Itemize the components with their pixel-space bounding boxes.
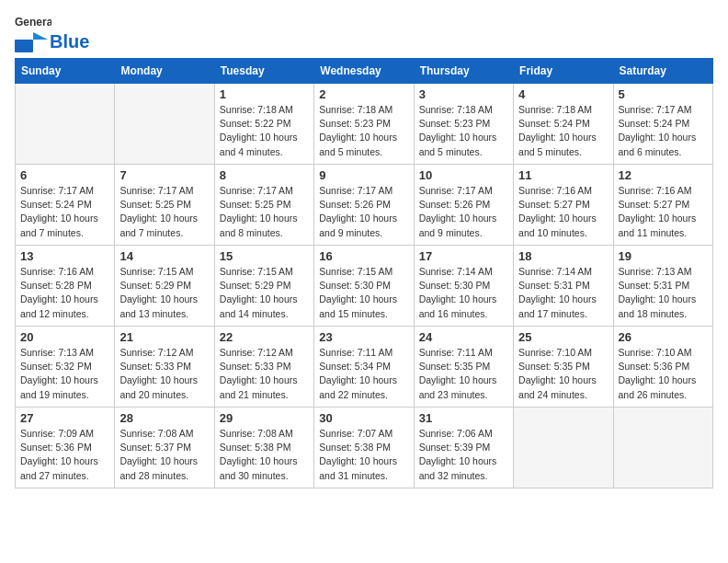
calendar-cell: 5Sunrise: 7:17 AMSunset: 5:24 PMDaylight… xyxy=(613,84,712,165)
day-number: 12 xyxy=(619,168,708,182)
calendar-cell xyxy=(613,408,712,488)
calendar-cell: 20Sunrise: 7:13 AMSunset: 5:32 PMDayligh… xyxy=(16,327,115,408)
day-number: 14 xyxy=(119,249,209,263)
column-header-saturday: Saturday xyxy=(613,59,712,84)
calendar-cell: 21Sunrise: 7:12 AMSunset: 5:33 PMDayligh… xyxy=(115,327,214,408)
page-header: General Blue xyxy=(15,15,713,52)
day-info: Sunrise: 7:08 AMSunset: 5:37 PMDaylight:… xyxy=(119,427,209,483)
day-info: Sunrise: 7:15 AMSunset: 5:30 PMDaylight:… xyxy=(319,265,408,321)
day-number: 30 xyxy=(319,411,408,425)
week-row-3: 13Sunrise: 7:16 AMSunset: 5:28 PMDayligh… xyxy=(16,246,713,327)
calendar-cell: 27Sunrise: 7:09 AMSunset: 5:36 PMDayligh… xyxy=(16,408,115,488)
day-number: 18 xyxy=(518,249,608,263)
calendar-cell: 16Sunrise: 7:15 AMSunset: 5:30 PMDayligh… xyxy=(314,246,414,327)
day-number: 24 xyxy=(419,330,508,344)
day-number: 23 xyxy=(319,330,408,344)
calendar-table: SundayMondayTuesdayWednesdayThursdayFrid… xyxy=(15,58,713,488)
day-info: Sunrise: 7:17 AMSunset: 5:24 PMDaylight:… xyxy=(20,184,109,240)
calendar-cell: 10Sunrise: 7:17 AMSunset: 5:26 PMDayligh… xyxy=(414,165,513,246)
day-number: 19 xyxy=(619,249,708,263)
calendar-cell: 28Sunrise: 7:08 AMSunset: 5:37 PMDayligh… xyxy=(115,408,214,488)
calendar-cell: 9Sunrise: 7:17 AMSunset: 5:26 PMDaylight… xyxy=(314,165,414,246)
day-number: 3 xyxy=(419,87,508,101)
day-info: Sunrise: 7:11 AMSunset: 5:35 PMDaylight:… xyxy=(419,346,508,402)
calendar-cell: 29Sunrise: 7:08 AMSunset: 5:38 PMDayligh… xyxy=(214,408,313,488)
logo: General Blue xyxy=(15,15,89,52)
day-info: Sunrise: 7:13 AMSunset: 5:32 PMDaylight:… xyxy=(20,346,109,402)
day-number: 5 xyxy=(619,87,708,101)
day-number: 28 xyxy=(119,411,209,425)
week-row-1: 1Sunrise: 7:18 AMSunset: 5:22 PMDaylight… xyxy=(16,84,713,165)
calendar-cell: 1Sunrise: 7:18 AMSunset: 5:22 PMDaylight… xyxy=(214,84,313,165)
day-info: Sunrise: 7:18 AMSunset: 5:22 PMDaylight:… xyxy=(220,103,309,159)
day-info: Sunrise: 7:08 AMSunset: 5:38 PMDaylight:… xyxy=(220,427,309,483)
day-number: 15 xyxy=(220,249,309,263)
day-number: 31 xyxy=(419,411,508,425)
calendar-cell: 25Sunrise: 7:10 AMSunset: 5:35 PMDayligh… xyxy=(514,327,613,408)
day-info: Sunrise: 7:09 AMSunset: 5:36 PMDaylight:… xyxy=(20,427,109,483)
calendar-cell: 18Sunrise: 7:14 AMSunset: 5:31 PMDayligh… xyxy=(514,246,613,327)
day-info: Sunrise: 7:14 AMSunset: 5:31 PMDaylight:… xyxy=(518,265,608,321)
calendar-cell: 15Sunrise: 7:15 AMSunset: 5:29 PMDayligh… xyxy=(214,246,313,327)
calendar-cell: 4Sunrise: 7:18 AMSunset: 5:24 PMDaylight… xyxy=(514,84,613,165)
week-row-4: 20Sunrise: 7:13 AMSunset: 5:32 PMDayligh… xyxy=(16,327,713,408)
day-info: Sunrise: 7:13 AMSunset: 5:31 PMDaylight:… xyxy=(619,265,708,321)
day-info: Sunrise: 7:17 AMSunset: 5:24 PMDaylight:… xyxy=(619,103,708,159)
day-number: 4 xyxy=(518,87,608,101)
calendar-cell: 14Sunrise: 7:15 AMSunset: 5:29 PMDayligh… xyxy=(115,246,214,327)
calendar-cell: 19Sunrise: 7:13 AMSunset: 5:31 PMDayligh… xyxy=(613,246,712,327)
day-number: 2 xyxy=(319,87,408,101)
logo-blue-text: Blue xyxy=(50,31,89,52)
column-header-friday: Friday xyxy=(514,59,613,84)
column-header-sunday: Sunday xyxy=(16,59,115,84)
calendar-cell: 11Sunrise: 7:16 AMSunset: 5:27 PMDayligh… xyxy=(514,165,613,246)
day-info: Sunrise: 7:16 AMSunset: 5:27 PMDaylight:… xyxy=(619,184,708,240)
calendar-cell: 7Sunrise: 7:17 AMSunset: 5:25 PMDaylight… xyxy=(115,165,214,246)
day-number: 7 xyxy=(119,168,209,182)
day-info: Sunrise: 7:18 AMSunset: 5:23 PMDaylight:… xyxy=(419,103,508,159)
calendar-cell: 23Sunrise: 7:11 AMSunset: 5:34 PMDayligh… xyxy=(314,327,414,408)
calendar-cell: 26Sunrise: 7:10 AMSunset: 5:36 PMDayligh… xyxy=(613,327,712,408)
day-number: 1 xyxy=(220,87,309,101)
day-number: 8 xyxy=(220,168,309,182)
day-info: Sunrise: 7:18 AMSunset: 5:24 PMDaylight:… xyxy=(518,103,608,159)
day-number: 10 xyxy=(419,168,508,182)
column-header-tuesday: Tuesday xyxy=(214,59,313,84)
calendar-cell xyxy=(115,84,214,165)
svg-rect-1 xyxy=(15,40,33,52)
day-number: 13 xyxy=(20,249,109,263)
day-info: Sunrise: 7:10 AMSunset: 5:35 PMDaylight:… xyxy=(518,346,608,402)
calendar-cell: 22Sunrise: 7:12 AMSunset: 5:33 PMDayligh… xyxy=(214,327,313,408)
calendar-cell: 6Sunrise: 7:17 AMSunset: 5:24 PMDaylight… xyxy=(16,165,115,246)
day-number: 26 xyxy=(619,330,708,344)
day-number: 11 xyxy=(518,168,608,182)
day-info: Sunrise: 7:12 AMSunset: 5:33 PMDaylight:… xyxy=(119,346,209,402)
calendar-cell: 12Sunrise: 7:16 AMSunset: 5:27 PMDayligh… xyxy=(613,165,712,246)
day-number: 6 xyxy=(20,168,109,182)
day-info: Sunrise: 7:06 AMSunset: 5:39 PMDaylight:… xyxy=(419,427,508,483)
day-info: Sunrise: 7:18 AMSunset: 5:23 PMDaylight:… xyxy=(319,103,408,159)
day-info: Sunrise: 7:17 AMSunset: 5:26 PMDaylight:… xyxy=(319,184,408,240)
day-number: 27 xyxy=(20,411,109,425)
day-number: 25 xyxy=(518,330,608,344)
calendar-cell: 24Sunrise: 7:11 AMSunset: 5:35 PMDayligh… xyxy=(414,327,513,408)
day-info: Sunrise: 7:11 AMSunset: 5:34 PMDaylight:… xyxy=(319,346,408,402)
calendar-cell xyxy=(514,408,613,488)
day-info: Sunrise: 7:07 AMSunset: 5:38 PMDaylight:… xyxy=(319,427,408,483)
column-header-thursday: Thursday xyxy=(414,59,513,84)
day-info: Sunrise: 7:17 AMSunset: 5:25 PMDaylight:… xyxy=(119,184,209,240)
day-info: Sunrise: 7:15 AMSunset: 5:29 PMDaylight:… xyxy=(220,265,309,321)
day-info: Sunrise: 7:16 AMSunset: 5:28 PMDaylight:… xyxy=(20,265,109,321)
day-info: Sunrise: 7:10 AMSunset: 5:36 PMDaylight:… xyxy=(619,346,708,402)
day-info: Sunrise: 7:12 AMSunset: 5:33 PMDaylight:… xyxy=(220,346,309,402)
calendar-cell xyxy=(16,84,115,165)
calendar-cell: 17Sunrise: 7:14 AMSunset: 5:30 PMDayligh… xyxy=(414,246,513,327)
calendar-header-row: SundayMondayTuesdayWednesdayThursdayFrid… xyxy=(16,59,713,84)
day-info: Sunrise: 7:16 AMSunset: 5:27 PMDaylight:… xyxy=(518,184,608,240)
day-number: 20 xyxy=(20,330,109,344)
column-header-monday: Monday xyxy=(115,59,214,84)
day-info: Sunrise: 7:14 AMSunset: 5:30 PMDaylight:… xyxy=(419,265,508,321)
logo-icon: General xyxy=(15,15,51,29)
day-number: 29 xyxy=(220,411,309,425)
calendar-cell: 3Sunrise: 7:18 AMSunset: 5:23 PMDaylight… xyxy=(414,84,513,165)
